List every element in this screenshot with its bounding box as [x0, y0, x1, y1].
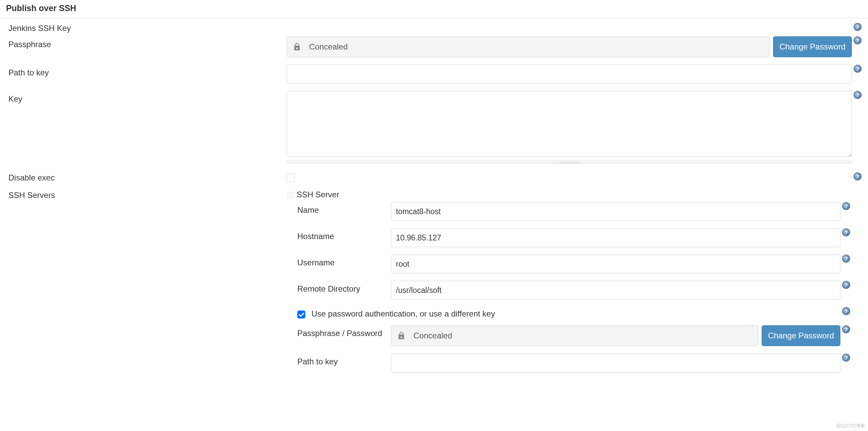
label-path-to-key: Path to key	[8, 65, 286, 78]
label-server-path-to-key: Path to key	[290, 353, 391, 366]
help-icon[interactable]	[854, 23, 862, 31]
passphrase-value: Concealed	[309, 42, 348, 52]
passphrase-concealed: Concealed	[286, 36, 770, 57]
label-server-remote-dir: Remote Directory	[290, 281, 391, 294]
label-disable-exec: Disable exec	[8, 173, 286, 183]
change-password-button[interactable]: Change Password	[773, 36, 852, 57]
help-icon[interactable]	[842, 307, 850, 315]
server-name-input[interactable]	[391, 202, 840, 221]
lock-icon	[292, 42, 309, 52]
help-icon[interactable]	[842, 254, 850, 263]
label-server-hostname: Hostname	[290, 228, 391, 241]
ssh-server-header: SSH Server	[297, 190, 339, 199]
label-ssh-servers: SSH Servers	[8, 190, 286, 200]
label-passphrase: Passphrase	[8, 36, 286, 49]
help-icon[interactable]	[842, 228, 850, 236]
help-icon[interactable]	[854, 65, 862, 73]
help-icon[interactable]	[842, 202, 850, 210]
server-path-to-key-input[interactable]	[391, 353, 840, 372]
use-password-checkbox[interactable]	[297, 310, 305, 318]
section-title: Publish over SSH	[0, 0, 868, 18]
server-passphrase-value: Concealed	[413, 331, 452, 340]
lock-icon	[397, 331, 413, 341]
disable-exec-checkbox[interactable]	[286, 174, 294, 182]
textarea-resize-handle[interactable]	[286, 160, 852, 164]
label-server-name: Name	[290, 202, 391, 215]
drag-handle-icon[interactable]	[286, 191, 294, 198]
use-password-label: Use password authentication, or use a di…	[311, 309, 495, 318]
help-icon[interactable]	[854, 91, 862, 99]
subgroup-jenkins-ssh-key: Jenkins SSH Key	[8, 23, 286, 33]
help-icon[interactable]	[842, 325, 850, 333]
label-server-passphrase: Passphrase / Password	[290, 325, 391, 338]
server-remote-dir-input[interactable]	[391, 281, 840, 300]
server-change-password-button[interactable]: Change Password	[762, 325, 840, 346]
server-passphrase-concealed: Concealed	[391, 325, 758, 346]
server-username-input[interactable]	[391, 254, 840, 273]
key-textarea[interactable]	[286, 91, 852, 157]
server-hostname-input[interactable]	[391, 228, 840, 247]
help-icon[interactable]	[842, 353, 850, 362]
path-to-key-input[interactable]	[286, 65, 852, 84]
help-icon[interactable]	[854, 173, 862, 181]
help-icon[interactable]	[854, 36, 862, 44]
help-icon[interactable]	[842, 281, 850, 289]
label-server-username: Username	[290, 254, 391, 267]
label-key: Key	[8, 91, 286, 104]
